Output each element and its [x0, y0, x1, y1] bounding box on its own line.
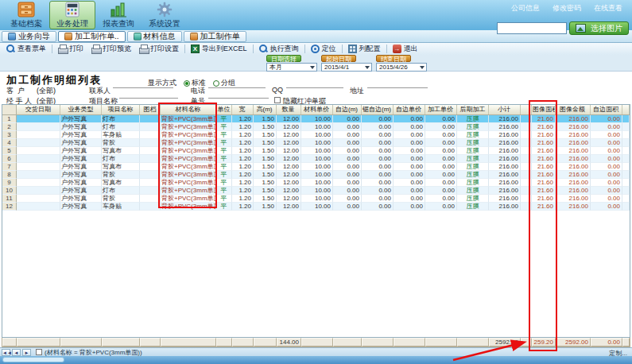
image-search-input[interactable] — [497, 22, 567, 34]
table-cell: 0.00 — [333, 179, 362, 187]
column-header[interactable]: 加工单价 — [425, 105, 457, 114]
project-input[interactable] — [119, 90, 178, 99]
table-cell: 0.00 — [591, 115, 622, 123]
column-header[interactable]: 图档 — [140, 105, 161, 114]
column-header[interactable]: 高(m) — [254, 105, 277, 114]
end-date-combo[interactable]: 2015/4/26 — [376, 63, 427, 72]
select-image-button[interactable]: 选择图片 — [569, 21, 629, 35]
column-header[interactable]: 材料名称 — [161, 105, 216, 114]
table-cell: 216.00 — [489, 139, 521, 147]
table-row[interactable]: 8户外写真背胶背胶+PVC(3mm单面)平1.201.5012.0010.000… — [2, 171, 630, 179]
print-settings-button[interactable]: 打印设置 — [135, 44, 183, 54]
nav-item-basic-archive[interactable]: 基础档案 — [3, 1, 49, 29]
column-header[interactable]: 交货日期 — [17, 105, 60, 114]
phone-input[interactable] — [208, 79, 266, 88]
table-row[interactable]: 4户外写真背胶背胶+PVC(3mm单面)平1.201.5012.0010.000… — [2, 139, 630, 147]
column-header[interactable]: 图像面积 — [532, 105, 556, 114]
address-input[interactable] — [367, 79, 428, 88]
link-change-password[interactable]: 修改密码 — [553, 3, 581, 14]
locate-button[interactable]: 定位 — [307, 44, 340, 54]
total-cell — [161, 338, 216, 347]
column-header[interactable]: 自边单价 — [394, 105, 425, 114]
toolbar-separator — [386, 45, 387, 53]
total-cell — [17, 338, 60, 347]
table-cell: 10 — [2, 187, 17, 195]
table-cell: 背胶+PVC(3mm单面) — [161, 163, 216, 171]
table-cell: 压膜 — [457, 123, 489, 131]
execute-query-button[interactable]: 执行查询 — [255, 44, 303, 54]
qq-input[interactable] — [286, 79, 343, 88]
contact-input[interactable] — [113, 79, 173, 88]
radio-standard[interactable] — [184, 80, 190, 87]
column-header[interactable]: 业务类型 — [60, 105, 102, 114]
table-cell: 0.00 — [394, 115, 425, 123]
column-header[interactable] — [622, 105, 630, 114]
print-preview-button[interactable]: 打印预览 — [87, 44, 135, 54]
column-header[interactable]: 单位 — [216, 105, 232, 114]
nav-item-system-settings[interactable]: 系统设置 — [142, 1, 188, 29]
order-input[interactable] — [208, 90, 269, 99]
table-row[interactable]: 9户外写真写真布背胶+PVC(3mm单面)平1.201.5012.0010.00… — [2, 179, 630, 187]
column-header[interactable]: 宽 — [232, 105, 254, 114]
table-cell: 平 — [216, 187, 232, 195]
prev-record-icon[interactable]: ◄ — [12, 349, 21, 356]
table-cell: 21.60 — [532, 203, 556, 211]
table-row[interactable]: 10户外写真灯布背胶+PVC(3mm单面)平1.201.5012.0010.00… — [2, 187, 630, 195]
table-row[interactable]: 3户外写真车身贴背胶+PVC(3mm单面)平1.201.5012.0010.00… — [2, 131, 630, 139]
customer-value[interactable]: (全部) — [37, 86, 56, 96]
table-row[interactable]: 12户外写真车身贴背胶+PVC(3mm单面)平1.201.5012.0010.0… — [2, 203, 630, 211]
link-company-info[interactable]: 公司信息 — [511, 3, 540, 14]
table-cell: 0.00 — [591, 139, 622, 147]
table-cell: 背胶+PVC(3mm单面) — [161, 131, 216, 139]
column-header[interactable]: 自边面积 — [591, 105, 622, 114]
exit-button[interactable]: 退出 — [389, 44, 422, 54]
column-header[interactable] — [2, 105, 17, 114]
column-header[interactable]: 数量 — [277, 105, 301, 114]
table-row[interactable]: 7户外写真写真布背胶+PVC(3mm单面)平1.201.5012.0010.00… — [2, 163, 630, 171]
column-header[interactable] — [521, 105, 532, 114]
start-date-combo[interactable]: 2015/4/1 — [321, 63, 372, 72]
tab-work-order[interactable]: 加工制作单 — [184, 31, 246, 42]
filter-checkbox[interactable] — [36, 349, 42, 355]
view-order-button[interactable]: 查看票单 — [2, 44, 50, 54]
nav-item-report-query[interactable]: 报表查询 — [95, 1, 142, 29]
table-row[interactable]: 5户外写真写真布背胶+PVC(3mm单面)平1.201.5012.0010.00… — [2, 147, 630, 155]
column-header[interactable]: 项目名称 — [102, 105, 140, 114]
next-record-icon[interactable]: ► — [22, 349, 31, 356]
table-row[interactable]: 11户外写真背胶背胶+PVC(3mm单面)平1.201.5012.0010.00… — [2, 195, 630, 203]
tab-material-info[interactable]: 材料信息 — [127, 31, 182, 42]
table-cell: 0.00 — [425, 187, 457, 195]
table-cell: 背胶+PVC(3mm单面) — [161, 139, 216, 147]
table-cell: 0.00 — [333, 171, 362, 179]
table-row[interactable]: 2户外写真灯布背胶+PVC(3mm单面)平1.201.5012.0010.000… — [2, 123, 630, 131]
date-range-combo[interactable]: 本月 — [266, 63, 317, 72]
table-row[interactable]: 1户外写真灯布背胶+PVC(3mm单面)平1.201.5012.0010.000… — [2, 115, 630, 123]
export-excel-button[interactable]: 导出到EXCEL — [187, 44, 251, 54]
print-button[interactable]: 打印 — [54, 44, 87, 54]
table-row[interactable]: 6户外写真灯布背胶+PVC(3mm单面)平1.201.5012.0010.000… — [2, 155, 630, 163]
table-cell — [140, 195, 161, 203]
table-cell: 0.00 — [362, 115, 394, 123]
column-config-button[interactable]: 列配置 — [344, 44, 385, 54]
total-cell — [301, 338, 333, 347]
table-cell: 10.00 — [301, 147, 333, 155]
table-cell — [622, 179, 630, 187]
table-cell: 0.00 — [425, 131, 457, 139]
table-cell: 户外写真 — [60, 155, 102, 163]
column-header[interactable]: 自边(m) — [333, 105, 362, 114]
column-header[interactable]: 材料单价 — [301, 105, 333, 114]
tab-work-order-list[interactable]: 加工制作单.. — [58, 31, 126, 42]
first-record-icon[interactable]: ◄◄ — [2, 349, 10, 356]
table-cell: 0.00 — [425, 139, 457, 147]
hide-red-checkbox[interactable] — [274, 97, 281, 103]
link-online-view[interactable]: 在线查看 — [594, 3, 622, 14]
nav-item-business-processing[interactable]: 业务处理 — [49, 1, 95, 29]
tab-business-wizard[interactable]: 业务向导 — [2, 31, 56, 42]
column-header[interactable]: 小计 — [489, 105, 521, 114]
table-cell: 0.00 — [425, 171, 457, 179]
column-header[interactable]: 图像金额 — [556, 105, 591, 114]
column-header[interactable]: 锯自边(m) — [362, 105, 394, 114]
table-cell: 12.00 — [277, 131, 301, 139]
scrollbar-thumb[interactable] — [2, 357, 64, 362]
column-header[interactable]: 后期加工 — [457, 105, 489, 114]
